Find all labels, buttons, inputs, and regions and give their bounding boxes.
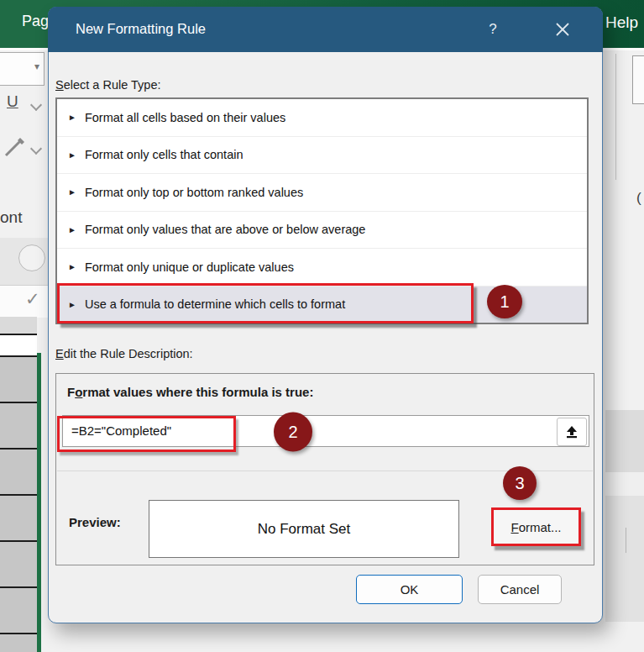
worksheet-cell xyxy=(0,335,37,357)
dialog-launcher-circle[interactable] xyxy=(18,244,45,271)
rule-description-groupbox: Format values where this formula is true… xyxy=(55,373,594,565)
chevron-down-icon[interactable] xyxy=(30,143,42,155)
format-button[interactable]: Format... xyxy=(491,507,581,546)
checkmark-icon[interactable]: ✓ xyxy=(25,289,40,309)
ribbon-band xyxy=(605,410,644,472)
arrow-right-bullet-icon: ► xyxy=(68,187,76,197)
collapse-dialog-icon xyxy=(565,425,579,439)
arrow-right-bullet-icon: ► xyxy=(68,150,76,160)
rule-type-option-label: Format only values that are above or bel… xyxy=(85,223,366,236)
chevron-down-icon[interactable] xyxy=(30,99,42,111)
dropdown-arrow-icon: ▾ xyxy=(34,60,39,72)
rule-type-option-label: Format only unique or duplicate values xyxy=(85,260,294,274)
arrow-right-bullet-icon: ► xyxy=(68,225,76,234)
ribbon-tab-help[interactable]: Help xyxy=(605,13,638,32)
rule-type-option-label: Format only cells that contain xyxy=(85,148,243,161)
font-group-label: ont xyxy=(0,208,22,227)
ribbon-button[interactable] xyxy=(632,55,644,104)
screen: Page Help ▾ U ont ✓ ( New Formatting Rul… xyxy=(0,0,644,652)
worksheet-cell xyxy=(0,317,37,335)
rule-type-option[interactable]: ► Format only top or bottom ranked value… xyxy=(57,174,587,212)
edit-rule-description-label: Edit the Rule Description: xyxy=(55,347,193,360)
font-name-combo[interactable]: ▾ xyxy=(0,52,45,86)
rule-type-option-label: Format all cells based on their values xyxy=(85,111,285,124)
formula-instruction-label: Format values where this formula is true… xyxy=(67,385,313,399)
arrow-right-bullet-icon: ► xyxy=(68,262,76,271)
rule-type-option[interactable]: ► Format only unique or duplicate values xyxy=(57,249,587,287)
preview-label: Preview: xyxy=(69,515,121,529)
arrow-right-bullet-icon: ► xyxy=(68,113,76,122)
selection-border xyxy=(37,353,41,652)
dialog-title: New Formatting Rule xyxy=(76,21,206,37)
ribbon-divider xyxy=(615,54,616,180)
ok-button[interactable]: OK xyxy=(356,575,463,604)
annotation-step-badge-3: 3 xyxy=(503,466,537,500)
ribbon-divider xyxy=(626,528,626,553)
help-icon[interactable]: ? xyxy=(481,17,505,42)
dialog-title-bar[interactable]: New Formatting Rule ? xyxy=(48,7,603,52)
rule-type-option-label: Format only top or bottom ranked values xyxy=(85,186,303,199)
annotation-highlight-box-2 xyxy=(57,416,236,452)
rule-type-option[interactable]: ► Format only values that are above or b… xyxy=(57,212,587,250)
ribbon-band xyxy=(605,496,644,622)
formula-bar xyxy=(0,285,48,318)
worksheet-cells xyxy=(0,357,37,652)
rule-type-option[interactable]: ► Format only cells that contain xyxy=(57,137,587,175)
collapse-dialog-button[interactable] xyxy=(557,418,587,446)
ribbon-text-fragment: ( xyxy=(636,190,641,207)
rule-type-option[interactable]: ► Format all cells based on their values xyxy=(57,99,587,137)
cancel-button[interactable]: Cancel xyxy=(478,575,562,604)
underline-button[interactable]: U xyxy=(7,92,18,111)
annotation-step-badge-1: 1 xyxy=(487,285,522,318)
annotation-highlight-box-1 xyxy=(57,283,474,323)
close-icon[interactable] xyxy=(547,17,578,42)
format-preview-box: No Format Set xyxy=(149,500,459,558)
ribbon-band xyxy=(605,472,644,496)
new-formatting-rule-dialog: New Formatting Rule ? Select a Rule Type… xyxy=(48,7,603,623)
annotation-step-badge-2: 2 xyxy=(274,413,312,452)
select-rule-type-label: Select a Rule Type: xyxy=(55,78,160,92)
pen-icon[interactable] xyxy=(2,134,27,163)
